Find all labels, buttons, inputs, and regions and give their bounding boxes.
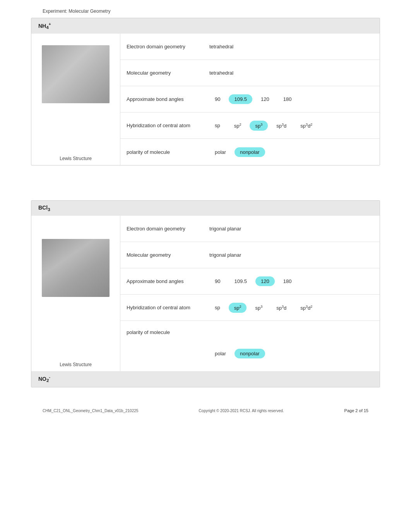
hyb-opt-sp2-bcl3[interactable]: sp2 xyxy=(229,303,247,313)
mg-row-bcl3: Molecular geometry trigonal planar xyxy=(120,242,380,268)
lewis-label-bcl3: Lewis Structure xyxy=(60,362,92,367)
edg-value-bcl3: trigonal planar xyxy=(206,223,380,235)
pol-options-bcl3: polar nonpolar xyxy=(209,349,376,358)
hyb-options-nh4: sp sp2 sp3 sp3d sp3d2 xyxy=(209,121,376,131)
pol-opt-polar-nh4[interactable]: polar xyxy=(209,147,231,157)
data-col-nh4: Electron domain geometry tetrahedral Mol… xyxy=(120,34,380,165)
footer-center: Copyright © 2020-2021 RCSJ. All rights r… xyxy=(199,409,284,413)
hyb-label-nh4: Hybridization of central atom xyxy=(120,119,206,131)
aba-opt-180-nh4[interactable]: 180 xyxy=(278,94,297,104)
pol-opt-nonpolar-nh4[interactable]: nonpolar xyxy=(235,147,265,157)
aba-label-bcl3: Approximate bond angles xyxy=(120,275,206,287)
pol-label-nh4: polarity of molecule xyxy=(120,146,206,158)
edg-row-nh4: Electron domain geometry tetrahedral xyxy=(120,34,380,60)
hyb-opt-sp3d2-bcl3[interactable]: sp3d2 xyxy=(295,303,318,313)
pol-options-nh4: polar nonpolar xyxy=(209,147,376,157)
pol-row-bcl3: polarity of molecule polar nonpolar xyxy=(120,321,380,371)
aba-options-bcl3: 90 109.5 120 180 xyxy=(209,276,376,286)
aba-row-bcl3: Approximate bond angles 90 109.5 120 180 xyxy=(120,268,380,295)
aba-opt-180-bcl3[interactable]: 180 xyxy=(278,276,297,286)
header-title: Experiment: Molecular Geometry xyxy=(43,9,110,14)
molecule-title-nh4: NH4+ xyxy=(31,18,380,34)
page-header: Experiment: Molecular Geometry xyxy=(0,0,411,18)
hyb-opt-sp-bcl3[interactable]: sp xyxy=(209,303,226,312)
hyb-opt-sp3-nh4[interactable]: sp3 xyxy=(250,121,268,131)
pol-row-nh4: polarity of molecule polar nonpolar xyxy=(120,139,380,165)
mg-label-bcl3: Molecular geometry xyxy=(120,249,206,261)
aba-opt-120-nh4[interactable]: 120 xyxy=(255,94,275,104)
lewis-col-bcl3: Lewis Structure xyxy=(31,216,120,371)
mg-value-bcl3: trigonal planar xyxy=(206,249,380,261)
aba-opt-1095-nh4[interactable]: 109.5 xyxy=(229,94,252,104)
hyb-opt-sp-nh4[interactable]: sp xyxy=(209,121,226,130)
pol-label-bcl3: polarity of molecule xyxy=(120,326,206,338)
pol-opt-nonpolar-bcl3[interactable]: nonpolar xyxy=(235,349,265,358)
hyb-opt-sp2-nh4[interactable]: sp2 xyxy=(229,121,247,131)
section-nh4: NH4+ Lewis Structure Electron domain geo… xyxy=(31,18,380,165)
data-col-bcl3: Electron domain geometry trigonal planar… xyxy=(120,216,380,371)
molecule-title-no2: NO2- xyxy=(31,371,380,387)
mg-row-nh4: Molecular geometry tetrahedral xyxy=(120,60,380,86)
aba-opt-1095-bcl3[interactable]: 109.5 xyxy=(229,276,252,286)
edg-value-nh4: tetrahedral xyxy=(206,41,380,53)
mg-value-nh4: tetrahedral xyxy=(206,67,380,79)
lewis-image-nh4 xyxy=(42,45,110,103)
edg-label-nh4: Electron domain geometry xyxy=(120,41,206,53)
page-footer: CHM_C21_ONL_Geometry_Chm1_Data_v01b_2102… xyxy=(0,403,411,416)
hyb-row-nh4: Hybridization of central atom sp sp2 sp3… xyxy=(120,113,380,139)
hyb-row-bcl3: Hybridization of central atom sp sp2 sp3… xyxy=(120,295,380,321)
hyb-opt-sp3d-nh4[interactable]: sp3d xyxy=(271,121,292,131)
lewis-col-nh4: Lewis Structure xyxy=(31,34,120,165)
lewis-image-bcl3 xyxy=(42,239,110,297)
mg-label-nh4: Molecular geometry xyxy=(120,67,206,79)
footer-page: Page 2 of 15 xyxy=(344,408,368,413)
aba-opt-90-bcl3[interactable]: 90 xyxy=(209,276,226,286)
footer-left: CHM_C21_ONL_Geometry_Chm1_Data_v01b_2102… xyxy=(43,409,138,413)
hyb-label-bcl3: Hybridization of central atom xyxy=(120,302,206,314)
section-bcl3: BCl3 Lewis Structure Electron domain geo… xyxy=(31,200,380,387)
aba-opt-120-bcl3[interactable]: 120 xyxy=(255,276,275,286)
aba-opt-90-nh4[interactable]: 90 xyxy=(209,94,226,104)
lewis-label-nh4: Lewis Structure xyxy=(60,156,92,161)
aba-label-nh4: Approximate bond angles xyxy=(120,93,206,105)
molecule-title-bcl3: BCl3 xyxy=(31,201,380,216)
pol-opt-polar-bcl3[interactable]: polar xyxy=(209,349,231,358)
aba-row-nh4: Approximate bond angles 90 109.5 120 180 xyxy=(120,86,380,113)
edg-row-bcl3: Electron domain geometry trigonal planar xyxy=(120,216,380,242)
aba-options-nh4: 90 109.5 120 180 xyxy=(209,94,376,104)
hyb-options-bcl3: sp sp2 sp3 sp3d sp3d2 xyxy=(209,303,376,313)
hyb-opt-sp3-bcl3[interactable]: sp3 xyxy=(250,303,268,313)
edg-label-bcl3: Electron domain geometry xyxy=(120,223,206,235)
hyb-opt-sp3d-bcl3[interactable]: sp3d xyxy=(271,303,292,313)
hyb-opt-sp3d2-nh4[interactable]: sp3d2 xyxy=(295,121,318,131)
